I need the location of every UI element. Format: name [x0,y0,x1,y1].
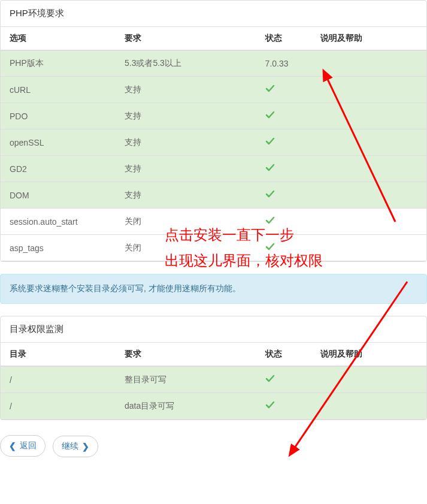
cell-help [311,156,426,182]
cell-status [256,156,311,182]
cell-status: 7.0.33 [256,50,311,77]
check-icon [265,402,275,412]
cell-option: PHP版本 [1,50,116,77]
header-help2: 说明及帮助 [311,343,426,366]
cell-require: 5.3或者5.3以上 [116,50,256,77]
cell-status [256,77,311,103]
cell-status [256,366,311,393]
header-option: 选项 [1,27,116,50]
table-row: GD2支持 [1,156,426,182]
php-env-title: PHP环境要求 [1,1,426,27]
cell-help [311,182,426,209]
cell-status [256,182,311,209]
cell-require: 支持 [116,77,256,103]
chevron-left-icon: ❮ [9,441,16,451]
cell-help [311,366,426,393]
check-icon [265,217,275,227]
cell-help [311,209,426,235]
table-row: PHP版本5.3或者5.3以上7.0.33 [1,50,426,77]
cell-help [311,393,426,420]
system-alert: 系统要求迷糊整个安装目录必须可写, 才能使用迷糊所有功能。 [0,274,427,304]
header-require2: 要求 [116,343,256,366]
cell-require: 整目录可写 [116,366,256,393]
header-status2: 状态 [256,343,311,366]
cell-option: cURL [1,77,116,103]
php-env-panel: PHP环境要求 选项 要求 状态 说明及帮助 PHP版本5.3或者5.3以上7.… [0,0,427,262]
cell-help [311,129,426,156]
cell-require: 关闭 [116,235,256,261]
table-row: session.auto_start关闭 [1,209,426,235]
back-button[interactable]: ❮ 返回 [0,435,46,457]
cell-require: 关闭 [116,209,256,235]
check-icon [265,111,275,122]
header-require: 要求 [116,27,256,50]
check-icon [265,375,275,385]
cell-require: 支持 [116,103,256,129]
back-button-label: 返回 [20,440,37,451]
cell-help [311,50,426,77]
cell-require: 支持 [116,182,256,209]
cell-status [256,393,311,420]
dir-perm-table: 目录 要求 状态 说明及帮助 /整目录可写/data目录可写 [1,343,426,420]
chevron-right-icon: ❯ [82,442,89,451]
table-row: DOM支持 [1,182,426,209]
table-row: openSSL支持 [1,129,426,156]
check-icon [265,138,275,148]
continue-button[interactable]: 继续 ❯ [53,436,98,457]
header-help: 说明及帮助 [311,27,426,50]
cell-option: PDO [1,103,116,129]
header-dir: 目录 [1,343,116,366]
cell-option: asp_tags [1,235,116,261]
cell-dir: / [1,366,116,393]
cell-require: 支持 [116,129,256,156]
check-icon [265,164,275,174]
cell-option: openSSL [1,129,116,156]
table-row: /data目录可写 [1,393,426,420]
cell-status [256,209,311,235]
check-icon [265,85,275,95]
cell-status [256,235,311,261]
cell-require: 支持 [116,156,256,182]
dir-perm-title: 目录权限监测 [1,316,426,343]
table-row: PDO支持 [1,103,426,129]
button-row: ❮ 返回 继续 ❯ [0,432,427,469]
dir-perm-panel: 目录权限监测 目录 要求 状态 说明及帮助 /整目录可写/data目录可写 [0,316,427,420]
header-status: 状态 [256,27,311,50]
check-icon [265,191,275,201]
cell-require: data目录可写 [116,393,256,420]
cell-help [311,77,426,103]
check-icon [265,243,275,253]
table-row: /整目录可写 [1,366,426,393]
php-env-table: 选项 要求 状态 说明及帮助 PHP版本5.3或者5.3以上7.0.33cURL… [1,27,426,261]
table-row: cURL支持 [1,77,426,103]
cell-status [256,103,311,129]
cell-dir: / [1,393,116,420]
cell-help [311,235,426,261]
cell-option: session.auto_start [1,209,116,235]
table-row: asp_tags关闭 [1,235,426,261]
cell-option: GD2 [1,156,116,182]
continue-button-label: 继续 [62,441,78,452]
cell-help [311,103,426,129]
cell-status [256,129,311,156]
cell-option: DOM [1,182,116,209]
